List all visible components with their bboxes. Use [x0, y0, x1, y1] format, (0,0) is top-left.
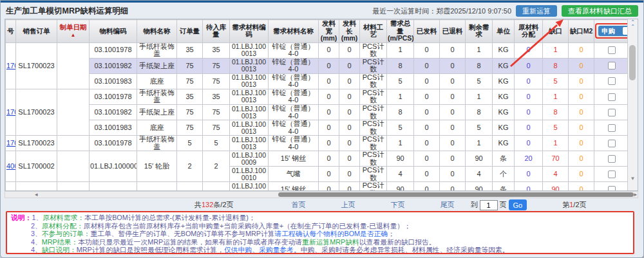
- order-no-link[interactable]: 400: [6, 151, 16, 182]
- order-no-link[interactable]: 170: [6, 42, 16, 89]
- page-number-input[interactable]: [480, 200, 498, 210]
- scroll-down-icon[interactable]: ▼: [628, 176, 638, 181]
- total-demand-cell: 90: [387, 182, 414, 191]
- gap-cell: 5: [543, 73, 569, 89]
- remaining-demand-cell: 4: [466, 167, 493, 182]
- table-row[interactable]: 03.1001983底座757501.LBJ.1000013锌锭（普通）4-00…: [6, 120, 629, 136]
- note-line: 4、缺口说明：MRP计算的缺口是按照最低理论用料需求计算，仅供申购、采购量参考。…: [11, 246, 629, 254]
- material-process-cell: PCS计数: [360, 89, 387, 104]
- table-row[interactable]: 03.1001983底座757501.LBJ.1000013锌锭（普通）4-00…: [6, 73, 629, 89]
- material-code-cell: 01.LBJ.1000008: [90, 151, 137, 182]
- required-material-name-cell: 锌锭（普通）4-0: [269, 136, 319, 151]
- note-text: 重新运算MRP缺料: [302, 238, 359, 246]
- table-row[interactable]: 03.1001982手纸架上座757501.LBJ.1000013锌锭（普通）4…: [6, 105, 629, 120]
- issued-qty-cell: 0: [414, 58, 440, 73]
- vertical-scroll-thumb[interactable]: [629, 45, 636, 80]
- remaining-demand-cell: 90: [466, 151, 493, 167]
- table-row[interactable]: 170SL170002303.1001978手纸杆装饰盖353501.LBJ.1…: [6, 89, 629, 104]
- purchase-checkbox[interactable]: [608, 124, 616, 132]
- col-gap_m2[interactable]: 缺口M2: [569, 20, 594, 43]
- issue-width-cell: 0: [319, 105, 339, 120]
- col-mat_name[interactable]: 物料名称: [137, 20, 177, 43]
- order-date-cell: [57, 151, 90, 182]
- purchase-checkbox[interactable]: [608, 186, 616, 191]
- scroll-right-icon[interactable]: ▸: [634, 192, 637, 198]
- purchase-cell: [594, 167, 629, 182]
- vertical-scrollbar[interactable]: ⌃⌃ ▼: [627, 19, 638, 190]
- col-process[interactable]: 材料工艺: [360, 20, 387, 43]
- gap-m2-cell: 0: [569, 42, 594, 58]
- purchase-checkbox[interactable]: [608, 46, 616, 54]
- col-seq[interactable]: 号: [6, 20, 16, 43]
- purchase-checkbox[interactable]: [608, 170, 616, 178]
- col-sales[interactable]: 销售订单: [16, 20, 57, 43]
- go-button[interactable]: Go: [509, 199, 527, 210]
- col-req_code[interactable]: 需求材料编码: [230, 20, 269, 43]
- note-label: 原材料需求：: [43, 214, 84, 221]
- col-pending[interactable]: 待入库量: [203, 20, 230, 43]
- gap-cell: 8: [543, 105, 569, 120]
- material-process-cell: PCS计数: [360, 167, 387, 182]
- order-no-link[interactable]: 170: [6, 89, 16, 135]
- purchase-checkbox[interactable]: [608, 155, 616, 163]
- order-no-link[interactable]: 170: [6, 136, 16, 151]
- purchase-checkbox[interactable]: [608, 77, 616, 85]
- page-indicator-suffix: /2页: [573, 201, 586, 208]
- sort-asc-icon: ▲: [71, 32, 76, 38]
- material-name-cell: 手纸杆装饰盖: [137, 42, 177, 58]
- total-demand-cell: 5: [387, 73, 414, 89]
- purchase-checkbox[interactable]: [608, 109, 616, 116]
- col-width[interactable]: 发料宽 (mm): [319, 20, 339, 43]
- col-date[interactable]: 制单日期▲: [57, 20, 90, 43]
- purchase-checkbox[interactable]: [608, 93, 616, 101]
- gap-m2-cell: 0: [569, 151, 594, 167]
- issue-length-cell: 0: [339, 42, 360, 58]
- required-material-name-cell: 锌锭（普通）4-0: [269, 89, 319, 104]
- returned-qty-cell: 0: [440, 151, 466, 167]
- note-line: 2、原材料分配：原材料库存包含当前原材料库存+当前申购量+当前采购待入库量+（在…: [11, 222, 629, 230]
- note-text: MRP计算的缺口是按照最低理论用料需求计算，: [77, 246, 224, 253]
- next-page-link[interactable]: 下页: [391, 200, 405, 210]
- last-run-time: 最近一次运算时间：郑霞2025/12/10 9:07:50: [372, 6, 511, 16]
- material-gap-summary-button[interactable]: 查看原材料缺口汇总: [562, 5, 638, 17]
- col-qty[interactable]: 订单量: [177, 20, 203, 43]
- purchase-checkbox[interactable]: [608, 62, 616, 69]
- col-issued[interactable]: 已发料: [414, 20, 440, 43]
- col-returned[interactable]: 已退料: [440, 20, 466, 43]
- gap-cell: 70: [543, 151, 569, 167]
- page-indicator: 第1/2页: [562, 200, 586, 210]
- notes-box: 说明：1、原材料需求：本工单按BOM计算的总需求-(累计发料量-累计退料量)；2…: [6, 211, 634, 254]
- col-mat_code[interactable]: 物料编码: [90, 20, 137, 43]
- col-unit[interactable]: 单位: [493, 20, 515, 43]
- table-row[interactable]: 170SL170002303.1001978手纸杆装饰盖353501.LBJ.1…: [6, 42, 629, 58]
- first-page-link[interactable]: 首页: [292, 200, 306, 210]
- col-total[interactable]: 需求总量 (m/PCS): [387, 20, 414, 43]
- note-text: ；: [388, 230, 395, 237]
- col-alloc[interactable]: 原材料分配: [515, 20, 543, 43]
- order-no-link[interactable]: 400: [6, 182, 16, 191]
- page-title: 生产加工单模切MRP缺料运算明细: [6, 6, 128, 17]
- mrp-table: 号销售订单制单日期▲物料编码物料名称订单量待入库量需求材料编码需求材料名称发料宽…: [5, 19, 629, 191]
- scroll-up-icon[interactable]: ⌃⌃: [628, 20, 638, 29]
- table-row[interactable]: 400SL170000201.LBJ.100000815′ 轮胎2201.LBJ…: [6, 151, 629, 167]
- purchase-checkbox[interactable]: [608, 140, 616, 147]
- table-row[interactable]: 03.1001982手纸架上座757501.LBJ.1000013锌锭（普通）4…: [6, 58, 629, 73]
- col-remaining[interactable]: 剩余需求: [466, 20, 493, 43]
- prev-page-link[interactable]: 上页: [341, 200, 355, 210]
- note-line: 4、MRP结果：本功能只显示最近一次MRP运算的结果，如果有新的订单或者库存变动…: [11, 238, 629, 246]
- col-req_name[interactable]: 需求材料名称: [269, 20, 319, 43]
- required-material-name-cell: 锌锭（普通）4-0: [269, 73, 319, 89]
- last-page-link[interactable]: 尾页: [440, 200, 455, 210]
- purchase-toggle[interactable]: 申购: [598, 26, 629, 36]
- unit-cell: 个: [493, 167, 515, 182]
- rerun-button[interactable]: 重新运算: [516, 5, 557, 17]
- issue-length-cell: 0: [339, 151, 360, 167]
- col-gap[interactable]: 缺口: [543, 20, 569, 43]
- scroll-left-icon[interactable]: ◂: [35, 192, 38, 198]
- horizontal-scroll-thumb[interactable]: [278, 192, 634, 197]
- order-date-cell: [57, 136, 90, 151]
- table-row[interactable]: 170SL170002303.1001978手纸杆装饰盖5501.LBJ.100…: [6, 136, 629, 151]
- horizontal-scrollbar[interactable]: ◂ ▸: [5, 191, 638, 198]
- col-length[interactable]: 发料长 (mm): [339, 20, 360, 43]
- table-row[interactable]: 400SL170000201.LBJ.100000815′ 轮胎2201.LBJ…: [6, 182, 629, 191]
